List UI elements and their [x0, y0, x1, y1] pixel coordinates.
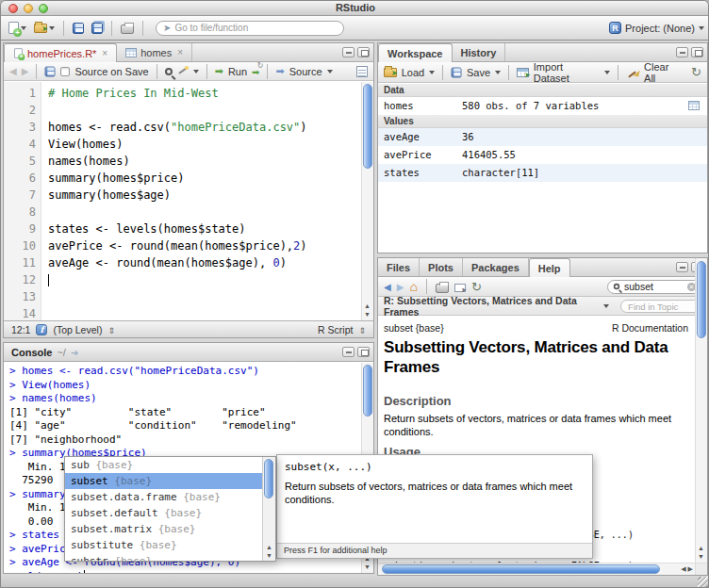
clear-all-button[interactable]: Clear All — [644, 61, 682, 84]
scroll-left-icon[interactable]: ◀ — [681, 565, 685, 573]
autocomplete-item[interactable]: substitute {base} — [65, 537, 262, 553]
scrollbar-arrows[interactable]: ◀▶ — [681, 565, 693, 573]
workspace-object-row[interactable]: aveAge36 — [378, 128, 707, 146]
scroll-down-icon[interactable]: ▼ — [266, 551, 272, 560]
home-icon[interactable] — [409, 278, 417, 295]
close-tab-icon[interactable]: × — [102, 48, 107, 58]
scope-updown-icon — [107, 324, 115, 335]
tab-help[interactable]: Help — [529, 258, 570, 277]
tab-plots[interactable]: Plots — [420, 258, 463, 276]
search-icon[interactable] — [165, 68, 173, 75]
load-workspace-icon[interactable] — [384, 68, 397, 77]
completion-name: subset.data.frame — [71, 491, 183, 503]
clear-all-broom-icon[interactable] — [626, 66, 639, 78]
import-dataset-button[interactable]: Import Dataset — [534, 61, 601, 84]
help-horizontal-scrollbar[interactable]: ◀▶ — [378, 563, 695, 575]
save-button[interactable] — [71, 22, 86, 35]
scroll-down-icon[interactable]: ▼ — [364, 563, 371, 571]
save-workspace-icon[interactable] — [452, 67, 462, 77]
scrollbar-thumb[interactable] — [697, 261, 706, 338]
autocomplete-item[interactable]: sub {base} — [65, 457, 262, 473]
scroll-down-icon[interactable]: ▼ — [698, 552, 704, 561]
save-all-button[interactable] — [90, 22, 105, 35]
maximize-pane-button[interactable] — [357, 47, 370, 57]
minimize-pane-button[interactable] — [676, 47, 688, 57]
help-vertical-scrollbar[interactable]: ▲▼ — [695, 258, 707, 563]
console-command: > View(homes) — [9, 379, 361, 393]
tab-packages[interactable]: Packages — [463, 258, 529, 276]
minimize-pane-button[interactable] — [342, 347, 354, 357]
print-button[interactable] — [119, 21, 136, 35]
source-on-save-checkbox[interactable] — [60, 67, 70, 76]
code-tools-wand-icon[interactable] — [177, 66, 189, 77]
import-dataset-icon[interactable] — [517, 68, 529, 77]
source-button[interactable]: Source — [289, 66, 322, 77]
workspace-object-row[interactable]: homes580 obs. of 7 variables — [378, 97, 707, 115]
close-tab-icon[interactable]: × — [177, 47, 183, 57]
goto-file-input[interactable]: Go to file/function — [156, 21, 344, 36]
scroll-up-icon[interactable]: ▲ — [266, 543, 272, 551]
scrollbar-thumb[interactable] — [363, 365, 372, 416]
scroll-up-icon[interactable]: ▲ — [364, 302, 371, 310]
open-in-new-window-icon[interactable] — [454, 284, 466, 292]
autocomplete-scrollbar[interactable]: ▲▼ — [262, 457, 275, 561]
tab-history[interactable]: History — [453, 43, 506, 61]
maximize-pane-button[interactable] — [691, 47, 703, 57]
refresh-icon[interactable] — [691, 65, 701, 79]
load-button[interactable]: Load — [402, 67, 424, 78]
tab-homes-data[interactable]: homes × — [117, 43, 192, 61]
scrollbar-arrows[interactable]: ▲▼ — [695, 544, 707, 561]
open-file-button[interactable] — [32, 23, 57, 34]
run-icon[interactable] — [215, 65, 223, 77]
run-button[interactable]: Run — [228, 66, 247, 77]
autocomplete-item[interactable]: subset {base} — [65, 473, 262, 489]
maximize-pane-button[interactable] — [357, 347, 370, 357]
source-file-icon[interactable] — [275, 65, 284, 77]
editor-line: 3homes <- read.csv("homePriceData.csv") — [4, 119, 360, 136]
autocomplete-item[interactable]: subset.matrix {base} — [65, 521, 262, 537]
minimize-pane-button[interactable] — [676, 262, 688, 272]
compile-notebook-icon[interactable] — [356, 66, 368, 77]
help-topic-title[interactable]: R: Subsetting Vectors, Matrices and Data… — [384, 295, 598, 318]
help-forward-icon[interactable] — [397, 282, 404, 292]
print-icon[interactable] — [436, 284, 449, 293]
goto-directory-icon[interactable] — [71, 347, 78, 358]
doc-type-selector[interactable]: R Script — [318, 324, 353, 335]
completion-package: {base} — [158, 523, 196, 535]
scrollbar-thumb[interactable] — [382, 564, 660, 574]
scroll-right-icon[interactable]: ▶ — [688, 565, 693, 573]
editor-toolbar: Source on Save Run Source — [4, 62, 373, 81]
scrollbar-arrows[interactable]: ▲▼ — [263, 543, 275, 560]
scope-selector[interactable]: (Top Level) — [53, 324, 102, 335]
tab-workspace[interactable]: Workspace — [378, 43, 453, 62]
tab-homeprices-r[interactable]: homePrices.R* × — [4, 43, 117, 62]
nav-back-icon[interactable] — [9, 66, 17, 76]
scrollbar-thumb[interactable] — [363, 84, 372, 169]
view-data-grid-icon[interactable] — [688, 101, 700, 110]
find-in-topic-input[interactable]: Find in Topic — [620, 300, 701, 313]
resize-grip[interactable] — [698, 577, 709, 588]
help-search-input[interactable]: subset ✕ — [607, 280, 701, 294]
rerun-icon[interactable] — [252, 66, 259, 77]
tab-files[interactable]: Files — [378, 258, 420, 276]
scroll-down-icon[interactable]: ▼ — [364, 310, 371, 318]
editor-body[interactable]: 1# Home Prices In Mid-West23homes <- rea… — [4, 82, 373, 320]
save-button[interactable]: Save — [467, 67, 490, 78]
autocomplete-item[interactable]: substr {base} — [65, 553, 262, 561]
save-icon[interactable] — [45, 66, 56, 76]
minimize-pane-button[interactable] — [342, 47, 354, 57]
scrollbar-arrows[interactable]: ▲▼ — [361, 302, 373, 318]
help-back-icon[interactable] — [384, 282, 391, 292]
workspace-object-row[interactable]: statescharacter[11] — [378, 164, 707, 182]
workspace-object-row[interactable]: avePrice416405.55 — [378, 146, 707, 164]
autocomplete-item[interactable]: subset.data.frame {base} — [65, 489, 262, 505]
new-file-button[interactable] — [7, 21, 28, 35]
toolbar-separator — [206, 64, 207, 79]
scroll-up-icon[interactable]: ▲ — [698, 544, 704, 552]
autocomplete-item[interactable]: subset.default {base} — [65, 505, 262, 521]
scrollbar-thumb[interactable] — [264, 459, 273, 498]
project-menu-button[interactable]: R Project: (None) — [609, 22, 704, 34]
refresh-icon[interactable] — [471, 278, 482, 295]
editor-vertical-scrollbar[interactable]: ▲▼ — [361, 82, 373, 320]
nav-forward-icon[interactable] — [22, 66, 29, 76]
